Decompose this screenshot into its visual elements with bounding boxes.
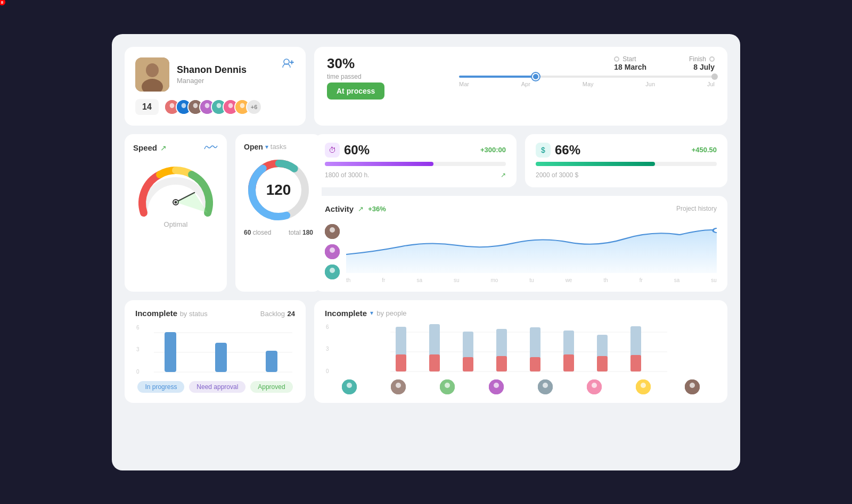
x-th2: th: [603, 277, 608, 283]
time-pct: 60%: [344, 143, 370, 158]
x-tu: tu: [529, 277, 534, 283]
svg-point-28: [330, 247, 335, 253]
tasks-sub: tasks: [271, 143, 286, 151]
activity-card: Activity ↗ +36% Project history: [314, 196, 727, 292]
p-avatar-8: [685, 379, 700, 394]
task-count: 14: [135, 99, 159, 115]
people-avatars-row: [325, 379, 717, 394]
x-su2: su: [711, 277, 717, 283]
budget-metric-card: $ 66% +450.50 2000 of 3000 $: [525, 134, 727, 187]
profile-card: Shanon Dennis Manager 14 1: [125, 47, 306, 126]
tasks-card: Open ▾ tasks 120: [235, 134, 322, 292]
speed-title: Speed: [133, 143, 157, 152]
incomplete-dropdown[interactable]: ▾: [370, 309, 373, 317]
svg-point-72: [690, 383, 695, 388]
mid-right: ⏱ 60% +300:00 1800 of 3000 h. ↗: [314, 134, 727, 292]
p-avatar-7: [636, 379, 651, 394]
incomplete-people-sub: by people: [376, 309, 406, 317]
py-3: 3: [326, 346, 329, 352]
metrics-row: ⏱ 60% +300:00 1800 of 3000 h. ↗: [314, 134, 727, 187]
y-6: 6: [136, 325, 140, 331]
add-user-button[interactable]: [282, 57, 295, 71]
svg-rect-36: [215, 343, 227, 372]
month-mar: Mar: [459, 81, 469, 87]
timeline-header: 30% time passed At process Start 18 Marc…: [327, 55, 715, 100]
svg-point-26: [330, 227, 335, 233]
activity-trend-icon: ↗: [358, 205, 364, 213]
svg-point-64: [494, 383, 499, 388]
act-avatar-3: [325, 265, 340, 279]
y-0: 0: [136, 369, 140, 375]
incomplete-status-card: Incomplete by status Backlog 24 6 3 0: [125, 300, 306, 403]
dashboard: Shanon Dennis Manager 14 1: [112, 34, 740, 470]
svg-point-13: [217, 103, 222, 108]
finish-date-group: Finish 8 July: [689, 55, 715, 71]
svg-point-17: [240, 103, 245, 108]
svg-point-9: [193, 103, 198, 108]
donut-chart: 120: [244, 155, 313, 225]
svg-point-58: [347, 383, 352, 388]
svg-rect-52: [563, 354, 574, 371]
svg-rect-50: [530, 357, 540, 371]
incomplete-people-title-group: Incomplete ▾ by people: [325, 309, 407, 318]
profile-bottom: 14 1 8: [135, 99, 295, 115]
status-labels: In progress Need approval Approved: [135, 381, 295, 393]
bottom-row: Incomplete by status Backlog 24 6 3 0: [125, 300, 727, 403]
tasks-closed: 60 closed: [244, 229, 271, 236]
backlog-label: Backlog: [260, 310, 285, 318]
pill-need-approval: Need approval: [189, 381, 245, 393]
svg-point-68: [592, 383, 597, 388]
wave-icon: [203, 143, 218, 153]
timeline-card: 30% time passed At process Start 18 Marc…: [314, 47, 727, 126]
speed-trend-icon: ↗: [160, 144, 167, 152]
finish-date: 8 July: [689, 63, 715, 71]
pill-in-progress: In progress: [137, 381, 184, 393]
incomplete-status-title-group: Incomplete by status: [135, 309, 208, 318]
x-su1: su: [454, 277, 460, 283]
x-mo: mo: [490, 277, 498, 283]
time-trend-icon: ↗: [501, 171, 506, 179]
svg-rect-42: [396, 354, 406, 371]
act-avatar-1: [325, 224, 340, 239]
svg-rect-37: [266, 351, 277, 372]
speed-card: Speed ↗: [125, 134, 227, 292]
open-label: Open: [244, 143, 263, 151]
mid-row: Speed ↗: [125, 134, 727, 292]
py-0: 0: [326, 368, 329, 374]
pill-approved: Approved: [250, 381, 292, 393]
svg-rect-48: [496, 356, 507, 371]
tasks-total: total 180: [289, 229, 313, 236]
x-we: we: [566, 277, 572, 283]
status-button[interactable]: At process: [327, 82, 384, 100]
incomplete-people-card: Incomplete ▾ by people 6 3 0: [314, 300, 727, 403]
incomplete-status-title: Incomplete: [135, 309, 177, 318]
x-fr1: fr: [382, 277, 385, 283]
x-sa2: sa: [674, 277, 680, 283]
budget-of: 2000 of 3000 $: [536, 171, 578, 179]
svg-point-62: [445, 383, 450, 388]
svg-point-15: [228, 103, 233, 108]
timeline-progress: 30% time passed At process: [327, 55, 384, 100]
timeline-dates: Start 18 March Finish 8 July: [459, 55, 715, 89]
budget-pct: 66%: [555, 143, 580, 158]
p-avatar-2: [391, 379, 406, 394]
project-history-link[interactable]: Project history: [676, 205, 717, 212]
profile-avatar: [135, 57, 169, 92]
svg-point-30: [330, 268, 335, 273]
donut-center: 120: [266, 181, 291, 199]
open-dropdown[interactable]: ▾: [265, 143, 268, 151]
status-bar-chart: 6 3 0: [151, 325, 295, 375]
profile-info: Shanon Dennis Manager: [177, 64, 295, 85]
profile-role: Manager: [177, 77, 295, 85]
svg-point-70: [641, 383, 646, 388]
svg-point-7: [182, 103, 186, 108]
py-6: 6: [326, 324, 329, 330]
svg-point-66: [543, 383, 548, 388]
p-avatar-5: [538, 379, 553, 394]
svg-rect-46: [463, 357, 473, 371]
backlog-val: 24: [288, 310, 295, 318]
start-date-group: Start 18 March: [614, 55, 646, 71]
start-date: 18 March: [614, 63, 646, 71]
activity-avatars: [325, 220, 340, 283]
month-apr: Apr: [521, 81, 530, 87]
